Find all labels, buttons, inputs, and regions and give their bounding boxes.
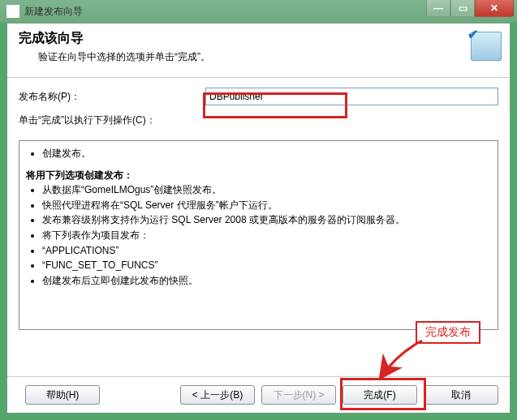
page-title: 完成该向导 <box>19 30 498 47</box>
summary-table-item: “FUNC_SET_TO_FUNCS” <box>42 258 491 273</box>
wizard-header: 完成该向导 验证在向导中选择的选项并单击“完成”。 ✔ <box>7 24 510 78</box>
form-area: 发布名称(P)： 单击“完成”以执行下列操作(C)： <box>7 78 510 140</box>
publish-name-label: 发布名称(P)： <box>19 90 205 104</box>
back-button[interactable]: < 上一步(B) <box>180 385 255 405</box>
window-title: 新建发布向导 <box>24 5 83 19</box>
help-button[interactable]: 帮助(H) <box>25 385 100 405</box>
summary-box[interactable]: 创建发布。 将用下列选项创建发布： 从数据库“GomeILMOgus”创建快照发… <box>19 140 498 330</box>
minimize-button[interactable]: — <box>426 0 450 17</box>
summary-heading: 将用下列选项创建发布： <box>26 168 491 183</box>
summary-line: 快照代理进程将在“SQL Server 代理服务”帐户下运行。 <box>42 198 491 213</box>
summary-line: 创建发布后立即创建此发布的快照。 <box>42 273 491 289</box>
summary-line: 创建发布。 <box>42 146 491 161</box>
window-controls: — ▭ ✕ <box>426 0 514 17</box>
button-bar: 帮助(H) < 上一步(B) 下一步(N) > 完成(F) 取消 <box>7 376 510 413</box>
instruction-text: 单击“完成”以执行下列操作(C)： <box>19 114 498 127</box>
summary-line: 将下列表作为项目发布： <box>42 228 491 243</box>
publish-name-input[interactable] <box>205 88 498 105</box>
summary-line: 从数据库“GomeILMOgus”创建快照发布。 <box>42 182 491 198</box>
page-subtitle: 验证在向导中选择的选项并单击“完成”。 <box>38 50 498 64</box>
app-icon <box>6 5 19 18</box>
dialog-body: 完成该向导 验证在向导中选择的选项并单击“完成”。 ✔ 发布名称(P)： 单击“… <box>6 23 511 414</box>
next-button: 下一步(N) > <box>261 385 336 405</box>
close-button[interactable]: ✕ <box>475 0 514 17</box>
summary-table-item: “APPLICATIONS” <box>42 243 491 259</box>
maximize-button[interactable]: ▭ <box>450 0 475 17</box>
cancel-button[interactable]: 取消 <box>424 385 498 405</box>
finish-button[interactable]: 完成(F) <box>343 385 417 405</box>
summary-line: 发布兼容级别将支持作为运行 SQL Server 2008 或更高版本的服务器的… <box>42 212 491 228</box>
title-bar: 新建发布向导 — ▭ ✕ <box>0 0 517 23</box>
wizard-icon: ✔ <box>469 28 502 61</box>
